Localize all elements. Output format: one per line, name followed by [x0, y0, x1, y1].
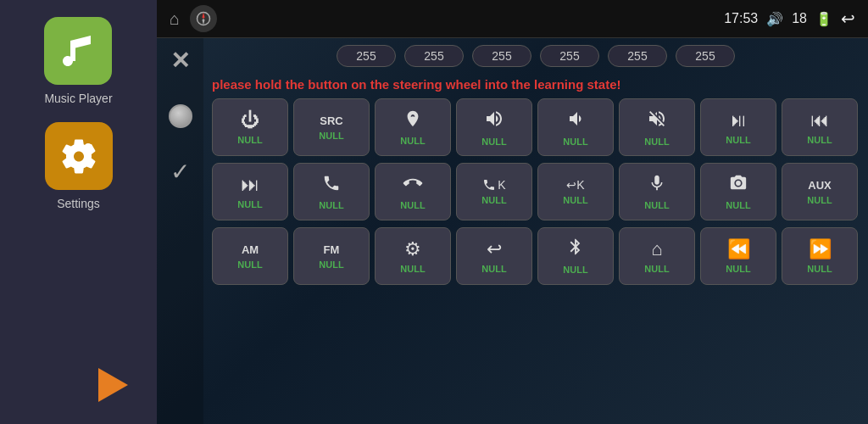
btn-prev[interactable]: ⏮ NULL: [782, 98, 858, 156]
btn-gps-null: NULL: [400, 136, 425, 146]
rewind-icon: ⏪: [727, 238, 750, 260]
btn-camera-null: NULL: [726, 200, 750, 210]
button-row-2: ⏭ NULL NULL NULL: [212, 163, 860, 220]
btn-aux-null: NULL: [807, 195, 832, 205]
pill-4: 255: [608, 45, 667, 67]
back-icon[interactable]: ↩: [841, 8, 855, 29]
button-row-3: AM NULL FM NULL ⚙ NULL ↩ NULL: [212, 227, 860, 285]
side-nav: ✕ ✓: [157, 38, 203, 424]
btn-call[interactable]: NULL: [293, 163, 370, 220]
btn-hangup-null: NULL: [400, 200, 425, 210]
btn-am[interactable]: AM NULL: [212, 227, 288, 285]
pill-1: 255: [404, 45, 464, 67]
btn-rewind-null: NULL: [726, 264, 750, 274]
btn-settings[interactable]: ⚙ NULL: [375, 227, 451, 285]
fm-label: FM: [324, 243, 340, 256]
topbar-left: ⌂: [170, 5, 217, 32]
btn-vol-down-null: NULL: [563, 137, 587, 147]
btn-src[interactable]: SRC NULL: [293, 98, 370, 156]
camera-icon: [729, 174, 748, 197]
sidebar-item-music-player[interactable]: Music Player: [44, 17, 112, 105]
knob-area: [169, 104, 192, 128]
sidebar-item-settings[interactable]: Settings: [45, 122, 113, 210]
play-pause-icon: ⏯: [729, 109, 748, 131]
back-btn-icon: ↩: [487, 238, 502, 260]
grid-area: 255 255 255 255 255 255 please hold the …: [203, 38, 868, 424]
battery-icon: 🔋: [815, 11, 832, 27]
btn-hangup-k[interactable]: ↩K NULL: [537, 163, 614, 220]
vol-down-icon: [565, 109, 586, 133]
vol-up-icon: [484, 109, 504, 133]
src-label: SRC: [320, 114, 342, 127]
btn-play-pause[interactable]: ⏯ NULL: [700, 98, 776, 156]
btn-home[interactable]: ⌂ NULL: [619, 227, 695, 285]
btn-power-null: NULL: [237, 135, 262, 145]
btn-gps[interactable]: NULL: [375, 98, 451, 156]
am-label: AM: [242, 243, 259, 256]
topbar-right: 17:53 🔊 18 🔋 ↩: [724, 8, 855, 29]
btn-call-k-null: NULL: [481, 195, 506, 205]
call-icon: [322, 174, 341, 197]
btn-mute-null: NULL: [644, 137, 669, 147]
music-note-icon: [58, 31, 98, 71]
btn-vol-down[interactable]: NULL: [537, 98, 614, 156]
next-icon: ⏭: [241, 174, 259, 196]
svg-marker-2: [203, 13, 205, 20]
pills-row: 255 255 255 255 255 255: [212, 45, 860, 67]
button-row-1: ⏻ NULL SRC NULL NULL: [212, 98, 860, 156]
mic-icon: [648, 174, 666, 197]
btn-next[interactable]: ⏭ NULL: [212, 163, 288, 220]
btn-mic-null: NULL: [644, 200, 669, 210]
home-btn-icon: ⌂: [651, 238, 662, 260]
btn-play-pause-null: NULL: [726, 135, 750, 145]
gps-icon: [403, 109, 422, 132]
svg-point-5: [736, 181, 741, 186]
settings-arrow-indicator: [98, 368, 128, 402]
btn-rewind[interactable]: ⏪ NULL: [700, 227, 776, 285]
btn-camera[interactable]: NULL: [700, 163, 776, 220]
knob-control[interactable]: [169, 104, 192, 128]
btn-back[interactable]: ↩ NULL: [456, 227, 532, 285]
volume-level: 18: [792, 11, 807, 26]
btn-next-null: NULL: [237, 199, 262, 209]
sidebar: Music Player Settings: [0, 0, 157, 424]
btn-vol-up[interactable]: NULL: [456, 98, 532, 156]
settings-btn-icon: ⚙: [404, 238, 421, 260]
content-area: ✕ ✓ 255 255 255 255 255 255 please hold …: [157, 38, 868, 424]
nav-icon[interactable]: [190, 5, 217, 32]
btn-mic[interactable]: NULL: [619, 163, 695, 220]
btn-bluetooth-null: NULL: [563, 265, 587, 275]
btn-aux[interactable]: AUX NULL: [782, 163, 858, 220]
time-display: 17:53: [724, 11, 758, 26]
pill-0: 255: [337, 45, 396, 67]
pill-5: 255: [676, 45, 735, 67]
home-icon[interactable]: ⌂: [170, 9, 180, 29]
volume-icon: 🔊: [766, 11, 783, 27]
settings-gear-icon: [58, 136, 99, 176]
btn-fm[interactable]: FM NULL: [293, 227, 370, 285]
btn-back-null: NULL: [481, 264, 506, 274]
btn-call-k[interactable]: K NULL: [456, 163, 532, 220]
btn-hangup-k-null: NULL: [563, 195, 587, 205]
compass-icon: [196, 11, 211, 26]
music-player-icon-box: [44, 17, 112, 85]
btn-fm-null: NULL: [319, 259, 343, 270]
settings-label: Settings: [57, 197, 100, 210]
music-player-label: Music Player: [44, 92, 112, 105]
power-icon: ⏻: [241, 109, 259, 131]
hangup-k-icon: ↩K: [566, 178, 584, 192]
btn-settings-null: NULL: [400, 264, 425, 274]
cancel-button[interactable]: ✕: [166, 47, 194, 75]
btn-prev-null: NULL: [807, 135, 832, 145]
btn-src-null: NULL: [319, 131, 343, 141]
btn-bluetooth[interactable]: NULL: [537, 227, 614, 285]
btn-power[interactable]: ⏻ NULL: [212, 98, 288, 156]
confirm-button[interactable]: ✓: [170, 158, 190, 186]
pill-3: 255: [540, 45, 599, 67]
call-k-icon: K: [482, 178, 505, 192]
btn-hangup[interactable]: NULL: [375, 163, 451, 220]
btn-fast-forward[interactable]: ⏩ NULL: [782, 227, 858, 285]
btn-mute[interactable]: NULL: [619, 98, 695, 156]
mute-icon: [647, 109, 667, 133]
instruction-text: please hold the button on the steering w…: [212, 77, 860, 92]
